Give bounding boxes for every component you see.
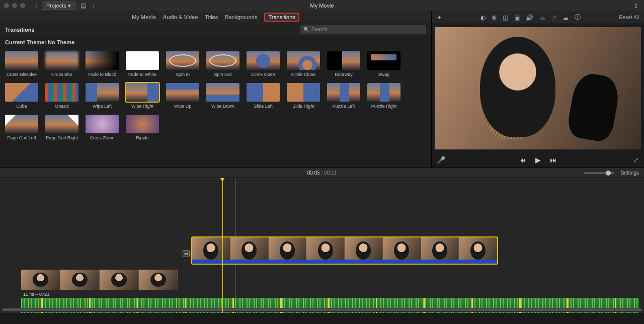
transition-label: Puzzle Right: [371, 104, 397, 109]
tab-backgrounds[interactable]: Backgrounds: [225, 14, 257, 20]
preview-canvas[interactable]: [435, 27, 641, 149]
transition-label: Fade to White: [128, 72, 156, 77]
timeline[interactable]: ⋈ 11.4s – 0723: [0, 178, 644, 313]
library-list-icon[interactable]: ▤: [80, 2, 86, 9]
prev-frame-button[interactable]: ⏮: [519, 156, 526, 164]
transition-label: Wipe Right: [131, 104, 153, 109]
transition-thumb: [287, 51, 320, 70]
search-input[interactable]: 🔍 Search: [300, 25, 426, 34]
magic-wand-icon[interactable]: ✦: [437, 14, 442, 21]
transition-wipe-down[interactable]: Wipe Down: [206, 83, 239, 109]
transition-cube[interactable]: Cube: [5, 83, 38, 109]
transition-thumb: [126, 115, 159, 133]
video-clip-selected[interactable]: [191, 236, 498, 265]
transition-thumb: [247, 51, 280, 70]
transition-label: Mosaic: [55, 104, 69, 109]
transition-fade-to-black[interactable]: Fade to Black: [86, 51, 119, 77]
clip-filter-icon[interactable]: ☁: [562, 14, 569, 21]
transition-label: Page Curl Left: [7, 135, 36, 140]
transition-wipe-up[interactable]: Wipe Up: [166, 83, 199, 109]
transition-label: Wipe Up: [174, 104, 192, 109]
transition-doorway[interactable]: Doorway: [327, 51, 360, 77]
transition-slide-right[interactable]: Slide Right: [287, 83, 320, 109]
color-correction-icon[interactable]: ❀: [492, 14, 497, 21]
volume-icon[interactable]: 🔊: [526, 14, 533, 21]
transition-swap[interactable]: Swap: [367, 51, 400, 77]
projects-button[interactable]: Projects ▾: [42, 2, 75, 10]
transition-ripple[interactable]: Ripple: [126, 115, 159, 140]
transition-thumb: [206, 83, 239, 102]
color-balance-icon[interactable]: ◐: [480, 14, 486, 21]
transition-wipe-right[interactable]: Wipe Right: [126, 83, 159, 109]
tab-my-media[interactable]: My Media: [132, 14, 156, 20]
transition-thumb: [5, 115, 38, 133]
transition-thumb: [166, 83, 199, 102]
transition-page-curl-right[interactable]: Page Curl Right: [45, 115, 78, 140]
transition-label: Circle Open: [251, 72, 275, 77]
transition-marker[interactable]: ⋈: [183, 250, 190, 257]
transition-thumb: [45, 115, 78, 133]
browser-tabs: My Media Audio & Video Titles Background…: [0, 11, 431, 23]
transition-page-curl-left[interactable]: Page Curl Left: [5, 115, 38, 140]
transition-spin-out[interactable]: Spin Out: [206, 51, 239, 77]
minimize-window[interactable]: [12, 3, 17, 8]
transition-label: Fade to Black: [88, 72, 116, 77]
voiceover-icon[interactable]: 🎤: [437, 156, 445, 164]
transition-thumb: [86, 115, 119, 133]
transition-cross-dissolve[interactable]: Cross Dissolve: [5, 51, 38, 77]
tab-transitions[interactable]: Transitions: [264, 13, 299, 22]
fullscreen-icon[interactable]: ⤢: [633, 156, 639, 164]
zoom-slider[interactable]: [584, 172, 614, 174]
transition-cross-zoom[interactable]: Cross Zoom: [86, 115, 119, 140]
playhead[interactable]: [222, 178, 223, 313]
info-icon[interactable]: ⓘ: [575, 13, 581, 22]
media-browser: My Media Audio & Video Titles Background…: [0, 11, 432, 168]
next-frame-button[interactable]: ⏭: [550, 156, 557, 164]
stabilize-icon[interactable]: ▣: [514, 14, 520, 21]
back-button[interactable]: 〈: [32, 2, 38, 10]
zoom-window[interactable]: [20, 3, 25, 8]
transition-thumb: [327, 51, 360, 70]
transition-thumb: [5, 51, 38, 70]
noise-icon[interactable]: ⛰: [539, 14, 545, 21]
titlebar: 〈 Projects ▾ ▤ ↓ My Movie ⇪: [0, 0, 644, 11]
transition-label: Circle Close: [291, 72, 316, 77]
transition-puzzle-left[interactable]: Puzzle Left: [327, 83, 360, 109]
transition-cross-blur[interactable]: Cross Blur: [45, 51, 78, 77]
tab-audio-video[interactable]: Audio & Video: [163, 14, 198, 20]
transition-thumb: [327, 83, 360, 102]
transition-thumb: [86, 51, 119, 70]
play-button[interactable]: ▶: [535, 156, 541, 164]
transition-label: Spin Out: [214, 72, 231, 77]
import-icon[interactable]: ↓: [92, 2, 95, 9]
close-window[interactable]: [4, 3, 9, 8]
transition-puzzle-right[interactable]: Puzzle Right: [367, 83, 400, 109]
transition-slide-left[interactable]: Slide Left: [247, 83, 280, 109]
timeline-settings-button[interactable]: Settings: [621, 170, 639, 176]
reset-all-button[interactable]: Reset All: [619, 15, 639, 20]
transition-spin-in[interactable]: Spin In: [166, 51, 199, 77]
transition-thumb: [206, 51, 239, 70]
transition-circle-open[interactable]: Circle Open: [247, 51, 280, 77]
tab-titles[interactable]: Titles: [205, 14, 218, 20]
transition-label: Wipe Down: [211, 104, 234, 109]
transition-thumb: [86, 83, 119, 102]
transition-thumb: [367, 51, 400, 70]
transition-thumb: [5, 83, 38, 102]
window-controls: [4, 3, 25, 8]
audio-clip-label: 11.4s – 0723: [23, 292, 49, 297]
transition-label: Ripple: [136, 135, 149, 140]
transition-wipe-left[interactable]: Wipe Left: [86, 83, 119, 109]
crop-icon[interactable]: ◫: [503, 14, 508, 21]
project-title: My Movie: [310, 3, 334, 9]
theme-label: Current Theme: No Theme: [0, 36, 431, 48]
horizontal-scrollbar[interactable]: [2, 308, 642, 312]
playback-controls: 🎤 ⏮ ▶ ⏭ ⤢: [432, 152, 644, 168]
transition-mosaic[interactable]: Mosaic: [45, 83, 78, 109]
transition-circle-close[interactable]: Circle Close: [287, 51, 320, 77]
video-clip-secondary[interactable]: [21, 270, 178, 290]
speed-icon[interactable]: ◔: [551, 14, 556, 21]
share-icon[interactable]: ⇪: [633, 2, 639, 10]
transition-thumb: [45, 83, 78, 102]
transition-fade-to-white[interactable]: Fade to White: [126, 51, 159, 77]
